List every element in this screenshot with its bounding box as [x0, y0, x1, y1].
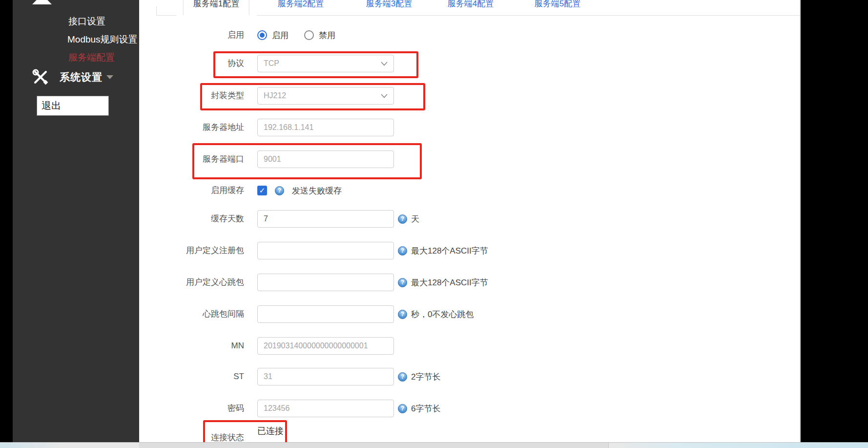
tab-server5-config[interactable]: 服务端5配置 [525, 0, 590, 16]
logout-button[interactable]: 退出 [37, 96, 109, 116]
row-connection-status: 连接状态 已连接 [139, 423, 774, 444]
cache-days-label: 缓存天数 [139, 210, 244, 228]
row-heartbeat-packet: 用户定义心跳包 ? 最大128个ASCII字节 [139, 274, 774, 291]
heartbeat-interval-hint: 秒，0不发心跳包 [411, 309, 474, 320]
row-server-port: 服务器端口 [139, 150, 774, 168]
horizontal-scrollbar-thumb[interactable] [139, 443, 609, 448]
server-config-tabbar: 服务端1配置 服务端2配置 服务端3配置 服务端4配置 服务端5配置 [139, 0, 801, 16]
row-password: 密码 ? 6字节长 [139, 400, 774, 417]
row-st: ST ? 2字节长 [139, 368, 774, 385]
help-icon[interactable]: ? [398, 404, 407, 413]
row-server-address: 服务器地址 [139, 119, 774, 136]
enable-radio-on-label: 启用 [272, 30, 289, 41]
row-protocol: 协议 TCP [139, 55, 774, 72]
enable-radio-off-label: 禁用 [319, 30, 335, 41]
cache-days-hint: 天 [411, 213, 419, 225]
encapsulation-label: 封装类型 [139, 87, 244, 105]
protocol-label: 协议 [139, 55, 244, 72]
encapsulation-selected-value: HJ212 [264, 91, 286, 100]
page: 接口设置 Modbus规则设置 服务端配置 系统设置 退出 服务端1配置 [0, 0, 868, 448]
row-encapsulation: 封装类型 HJ212 [139, 87, 774, 105]
wrench-icon [32, 69, 49, 85]
st-label: ST [139, 368, 244, 385]
tabbar-active-gap [176, 15, 257, 16]
heartbeat-packet-label: 用户定义心跳包 [139, 274, 244, 291]
help-icon[interactable]: ? [275, 186, 284, 195]
server-address-input[interactable] [257, 119, 394, 136]
encapsulation-select[interactable]: HJ212 [257, 87, 394, 105]
enable-label: 启用 [139, 26, 244, 44]
protocol-selected-value: TCP [264, 59, 279, 67]
system-settings-label: 系统设置 [60, 70, 103, 84]
sidebar-item-system-settings[interactable]: 系统设置 [32, 68, 113, 86]
password-input[interactable] [257, 400, 394, 417]
st-input[interactable] [257, 368, 394, 385]
sidebar-item-interface-settings[interactable]: 接口设置 [68, 15, 105, 28]
tab-server4-config[interactable]: 服务端4配置 [438, 0, 503, 16]
sidebar-item-modbus-rules[interactable]: Modbus规则设置 [67, 33, 138, 46]
cache-enable-checkbox[interactable]: ✓ [257, 186, 267, 195]
password-label: 密码 [139, 400, 244, 417]
help-icon[interactable]: ? [398, 246, 407, 256]
mn-input[interactable] [257, 337, 394, 355]
register-packet-label: 用户定义注册包 [139, 242, 244, 259]
password-hint: 6字节长 [411, 403, 440, 414]
server-port-input[interactable] [257, 150, 394, 168]
help-icon[interactable]: ? [398, 310, 407, 319]
protocol-select[interactable]: TCP [257, 55, 394, 72]
logo-partial-icon [32, 0, 52, 4]
connection-status-value: 已连接 [257, 425, 284, 437]
tab-server2-config[interactable]: 服务端2配置 [268, 0, 333, 16]
chevron-down-icon [106, 75, 113, 79]
logout-label: 退出 [41, 99, 61, 112]
help-icon[interactable]: ? [398, 214, 407, 224]
help-icon[interactable]: ? [398, 372, 407, 382]
enable-radio-on[interactable] [257, 30, 267, 40]
sidebar: 接口设置 Modbus规则设置 服务端配置 系统设置 退出 [13, 0, 139, 442]
chevron-down-icon [381, 94, 388, 98]
left-black-strip [0, 0, 13, 442]
cache-days-input[interactable] [257, 210, 394, 228]
sidebar-item-server-config-active[interactable]: 服务端配置 [68, 51, 115, 64]
row-cache-days: 缓存天数 ? 天 [139, 210, 774, 228]
main-content: 服务端1配置 服务端2配置 服务端3配置 服务端4配置 服务端5配置 启用 启用… [139, 0, 801, 442]
register-packet-input[interactable] [257, 242, 394, 259]
heartbeat-interval-label: 心跳包间隔 [139, 305, 244, 323]
row-mn: MN [139, 337, 774, 355]
enable-radio-off[interactable] [304, 30, 314, 40]
mn-label: MN [139, 337, 244, 355]
cache-enable-label: 启用缓存 [139, 182, 244, 199]
bottom-scrollbar-track [0, 442, 868, 448]
st-hint: 2字节长 [411, 371, 440, 383]
row-enable: 启用 启用 禁用 [139, 26, 774, 44]
register-packet-hint: 最大128个ASCII字节 [411, 245, 488, 256]
tabbar-left-edge [156, 6, 157, 16]
help-icon[interactable]: ? [398, 278, 407, 287]
cache-enable-hint: 发送失败缓存 [292, 185, 342, 196]
row-register-packet: 用户定义注册包 ? 最大128个ASCII字节 [139, 242, 774, 259]
row-cache-enable: 启用缓存 ✓ ? 发送失败缓存 [139, 182, 774, 199]
tab-server1-config[interactable]: 服务端1配置 [183, 0, 249, 16]
server-port-label: 服务器端口 [139, 150, 244, 168]
tab-server3-config[interactable]: 服务端3配置 [356, 0, 422, 16]
heartbeat-interval-input[interactable] [257, 305, 394, 323]
chevron-down-icon [381, 62, 388, 66]
heartbeat-packet-hint: 最大128个ASCII字节 [411, 277, 488, 288]
right-black-region [801, 0, 868, 442]
server-address-label: 服务器地址 [139, 119, 244, 136]
row-heartbeat-interval: 心跳包间隔 ? 秒，0不发心跳包 [139, 305, 774, 323]
heartbeat-packet-input[interactable] [257, 274, 394, 291]
